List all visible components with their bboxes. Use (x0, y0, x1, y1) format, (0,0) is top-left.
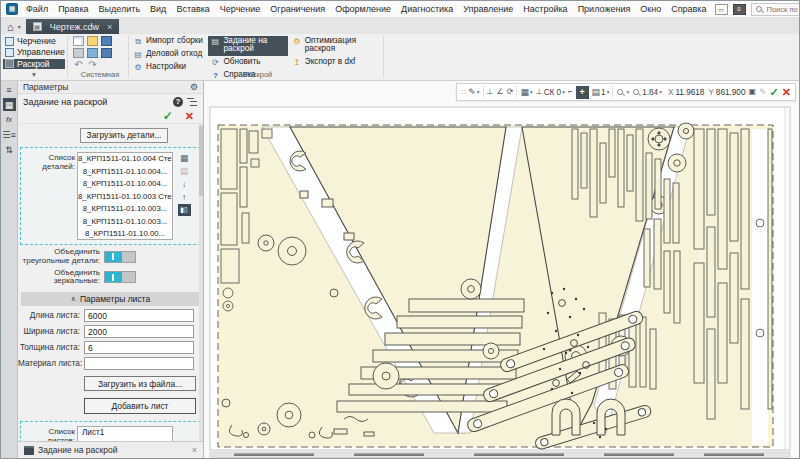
export-dxf-button[interactable]: ↥Экспорт в dxf (290, 57, 381, 69)
perpendicular-constraint-icon[interactable]: ⊥ (487, 85, 494, 99)
menu-edit[interactable]: Правка (54, 3, 92, 15)
send-icon[interactable] (87, 48, 98, 58)
sheet-length-input[interactable] (84, 309, 194, 322)
merge-triangular-toggle[interactable] (104, 251, 136, 263)
panel-gear-icon[interactable]: ⚙ (190, 81, 198, 94)
optimize-nesting-button[interactable]: ⚙Оптимизация раскроя (290, 36, 381, 56)
angle-constraint-icon[interactable]: ∠ (497, 85, 504, 99)
selected-view-icon[interactable]: ▮▯ (178, 204, 191, 216)
move-down-icon[interactable]: ↓ (178, 178, 191, 190)
menu-styling[interactable]: Оформление (331, 3, 395, 15)
abort-x-icon[interactable]: ✕ (782, 86, 791, 99)
table-view-icon[interactable]: ▦ (178, 152, 191, 164)
parameters-panel-icon[interactable]: ▦ (3, 98, 16, 111)
document-tab[interactable]: ▤ Чертеж.cdw × (26, 19, 120, 34)
set-selector-caret-icon[interactable]: ▾ (3, 70, 65, 80)
menu-diagnostics[interactable]: Диагностика (397, 3, 457, 15)
coordinate-input-icon[interactable]: ▣ (748, 85, 756, 99)
reorder-panel-icon[interactable]: ⇅ (3, 143, 16, 156)
tab-list-caret-icon[interactable]: ▾ (16, 20, 23, 34)
panel-help-icon[interactable]: ? (173, 97, 183, 107)
snap-toggle-button[interactable]: + (576, 86, 589, 99)
part-list-item[interactable]: 8_КРП1511-01.10.003... (78, 216, 172, 229)
cancel-x-icon[interactable]: ✕ (185, 110, 194, 122)
ortho-mode-icon[interactable]: ⌐ (568, 85, 573, 99)
layer-dropdown[interactable]: ▤1▾ (592, 85, 610, 99)
list-view-icon[interactable]: ▤ (178, 165, 191, 177)
confirm-check-icon[interactable]: ✓ (770, 86, 779, 99)
draw-style-dropdown[interactable]: ✎▾ (468, 85, 479, 99)
zoom-value-dropdown[interactable]: 1.84▾ (632, 88, 662, 97)
sheet-thickness-input[interactable] (84, 341, 194, 354)
menu-settings[interactable]: Настройка (519, 3, 571, 15)
load-parts-button[interactable]: Загрузить детали... (80, 128, 168, 143)
open-document-icon[interactable] (87, 36, 98, 46)
undo-icon[interactable]: ↶ (73, 60, 84, 70)
footer-close-icon[interactable]: × (192, 445, 197, 455)
set-drawing-button[interactable]: Черчение (3, 36, 65, 46)
save-as-icon[interactable] (101, 48, 112, 58)
add-sheet-button[interactable]: Добавить лист (84, 398, 196, 414)
parts-listbox[interactable]: 8_КРП1511-01.10.004 Сте... 8_КРП1511-01.… (77, 152, 173, 240)
rotate-constraint-icon[interactable]: ⟳ (507, 85, 514, 99)
menu-help[interactable]: Справка (667, 3, 710, 15)
search-input[interactable] (767, 5, 800, 14)
zoom-tool-dropdown[interactable]: ▾ (616, 88, 629, 97)
part-list-item[interactable]: 8_КРП1511-01.10.003 Сте... (78, 191, 172, 204)
rec-macro-icon[interactable]: 0 (733, 4, 746, 15)
grid-toggle-dropdown[interactable]: ▦▾ (520, 85, 532, 99)
merge-mirrored-toggle[interactable] (104, 271, 136, 283)
sheet-list-item[interactable]: Лист1 (78, 427, 172, 440)
document-tab-label: Чертеж.cdw (50, 22, 99, 32)
apply-check-icon[interactable]: ✓ (163, 110, 173, 122)
import-assembly-button[interactable]: ⧉Импорт сборки (131, 36, 206, 48)
parameters-panel: Параметры ⚙ Задание на раскрой ? ✓ ✕ Заг… (18, 81, 204, 458)
home-icon[interactable]: ⌂ (5, 20, 16, 34)
menu-management[interactable]: Управление (459, 3, 517, 15)
business-waste-button[interactable]: ▤Деловой отход (131, 49, 206, 61)
move-up-icon[interactable]: ↑ (178, 191, 191, 203)
nesting-group-label: Раскрой (133, 70, 383, 79)
save-icon[interactable] (101, 36, 112, 46)
panel-footer-tab[interactable]: Задание на раскрой × (18, 441, 203, 458)
redo-icon[interactable]: ↷ (87, 60, 98, 70)
tab-close-icon[interactable]: × (107, 22, 112, 32)
part-list-item[interactable]: 8_КРП1511-01.10.004 Сте... (78, 153, 172, 166)
panel-tree-icon[interactable] (187, 97, 198, 107)
menu-constraints[interactable]: Ограничения (266, 3, 329, 15)
print-icon[interactable] (73, 48, 84, 58)
refresh-button[interactable]: ⟳Обновить (208, 57, 287, 69)
management-set-icon (5, 48, 14, 57)
menu-applications[interactable]: Приложения (574, 3, 635, 15)
import-assembly-icon: ⧉ (133, 37, 143, 47)
load-from-file-button[interactable]: Загрузить из файла... (84, 376, 196, 391)
layout-toggle-icon[interactable]: ▭ (715, 4, 728, 15)
menu-window[interactable]: Окно (636, 3, 665, 15)
nesting-task-button[interactable]: ▤Задание на раскрой (208, 36, 287, 56)
menu-view[interactable]: Вид (146, 3, 170, 15)
panel-scrollbar[interactable] (199, 124, 203, 441)
part-list-item[interactable]: 8_КРП1511-01.10.003... (78, 203, 172, 216)
variables-panel-icon[interactable]: fx (3, 113, 16, 126)
menu-file[interactable]: Файл (22, 3, 52, 15)
coordinate-system-dropdown[interactable]: ⊥СК 0▾ (536, 85, 565, 99)
part-list-item[interactable]: 8_КРП1511-01.10.00... (78, 228, 172, 240)
sheet-parameters-section[interactable]: ∧ Параметры листа (21, 292, 200, 306)
toolbar-grip[interactable]: ∷ (461, 88, 465, 97)
tree-panel-icon[interactable]: ≡ (3, 83, 16, 96)
menu-select[interactable]: Выделить (95, 3, 145, 15)
new-document-icon[interactable] (73, 36, 84, 46)
sheet-width-input[interactable] (84, 325, 194, 338)
business-waste-icon: ▤ (133, 50, 143, 60)
set-management-button[interactable]: Управление (3, 47, 65, 57)
layers-panel-icon[interactable]: ☰≡ (3, 128, 16, 141)
command-search[interactable] (751, 3, 800, 16)
sheet-material-input[interactable] (84, 357, 194, 370)
part-list-item[interactable]: 8_КРП1511-01.10.004... (78, 166, 172, 179)
menu-drawing[interactable]: Черчение (216, 3, 265, 15)
part-list-item[interactable]: 8_КРП1511-01.10.004... (78, 178, 172, 191)
set-nesting-button[interactable]: Раскрой (3, 59, 65, 69)
menu-insert[interactable]: Вставка (172, 3, 213, 15)
merge-triangular-label: Объединить треугольные детали: (18, 248, 104, 266)
drawing-canvas[interactable]: ∷ ✎▾ ⊥ ∠ ⟳ ▦▾ ⊥СК 0▾ ⌐ + ▤1▾ ▾ 1.84▾ X11… (204, 81, 799, 458)
